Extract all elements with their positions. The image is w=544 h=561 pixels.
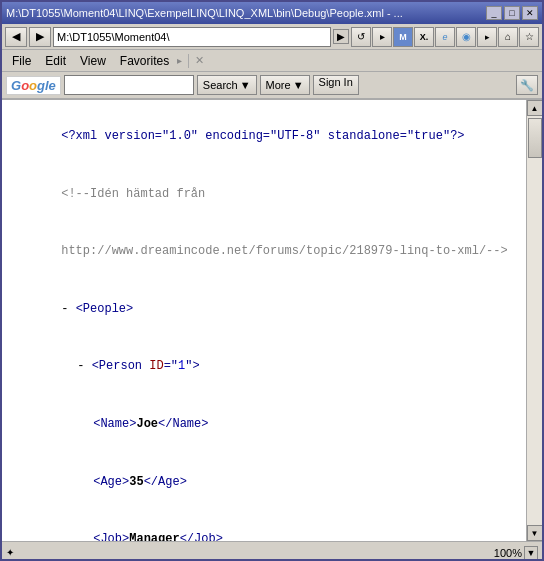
more-arrow-icon: ▼: [293, 79, 304, 91]
scrollbar-vertical[interactable]: ▲ ▼: [526, 100, 542, 541]
x-icon[interactable]: X.: [414, 27, 434, 47]
google-o2: o: [29, 78, 37, 93]
xml-comment-1: <!--Idén hämtad från: [18, 166, 510, 224]
back-button[interactable]: ◀: [5, 27, 27, 47]
title-bar: M:\DT1055\Moment04\LINQ\ExempelLINQ\LINQ…: [2, 2, 542, 24]
nav-sep: ▸: [477, 27, 497, 47]
forward-button[interactable]: ▶: [29, 27, 51, 47]
star-icon[interactable]: ☆: [519, 27, 539, 47]
collapse-people[interactable]: -: [61, 302, 75, 316]
go-button[interactable]: ▶: [333, 29, 349, 44]
mx-icon[interactable]: M: [393, 27, 413, 47]
xml-comment-2: http://www.dreamincode.net/forums/topic/…: [18, 223, 510, 281]
wrench-icon[interactable]: 🔧: [516, 75, 538, 95]
zoom-label: 100%: [494, 547, 522, 559]
person1-open: - <Person ID="1">: [18, 338, 510, 396]
menu-divider: [188, 54, 189, 68]
scroll-track[interactable]: [527, 116, 542, 525]
scroll-down-button[interactable]: ▼: [527, 525, 543, 541]
address-toolbar-buttons: ↺ ▸ M X. e ◉ ▸ ⌂ ☆: [351, 27, 539, 47]
maximize-button[interactable]: □: [504, 6, 520, 20]
address-input-wrap: [53, 27, 331, 47]
person1-name: <Name>Joe</Name>: [18, 396, 510, 454]
menu-more-arrow: ▸: [177, 55, 182, 66]
status-icon: ✦: [6, 547, 14, 558]
person1-job: <Job>Manager</Job>: [18, 511, 510, 541]
scroll-thumb[interactable]: [528, 118, 542, 158]
address-bar: ◀ ▶ ▶ ↺ ▸ M X. e ◉ ▸ ⌂ ☆: [2, 24, 542, 50]
xml-declaration: <?xml version="1.0" encoding="UTF-8" sta…: [18, 108, 510, 166]
status-bar: ✦ 100% ▼: [2, 541, 542, 561]
zoom-dropdown-button[interactable]: ▼: [524, 546, 538, 560]
sign-in-label: Sign In: [319, 76, 353, 88]
separator-icon: ▸: [372, 27, 392, 47]
more-label: More: [266, 79, 291, 91]
close-button[interactable]: ✕: [522, 6, 538, 20]
google-logo: Google: [6, 76, 61, 95]
google-o1: o: [21, 78, 29, 93]
collapse-person1[interactable]: -: [77, 359, 91, 373]
menu-view[interactable]: View: [74, 52, 112, 70]
google-toolbar: Google Search ▼ More ▼ Sign In 🔧: [2, 72, 542, 100]
search-label: Search: [203, 79, 238, 91]
menu-bar: File Edit View Favorites ▸ ✕: [2, 50, 542, 72]
more-button[interactable]: More ▼: [260, 75, 310, 95]
people-open: - <People>: [18, 281, 510, 339]
google-search-input[interactable]: [64, 75, 194, 95]
scroll-up-button[interactable]: ▲: [527, 100, 543, 116]
menu-edit[interactable]: Edit: [39, 52, 72, 70]
refresh-button[interactable]: ↺: [351, 27, 371, 47]
google-e: e: [49, 78, 56, 93]
minimize-button[interactable]: _: [486, 6, 502, 20]
sign-in-button[interactable]: Sign In: [313, 75, 359, 95]
google-toolbar-right: 🔧: [516, 75, 538, 95]
content-wrapper: <?xml version="1.0" encoding="UTF-8" sta…: [2, 100, 542, 541]
menu-file[interactable]: File: [6, 52, 37, 70]
google-g: G: [11, 78, 21, 93]
em-icon[interactable]: e: [435, 27, 455, 47]
person1-age: <Age>35</Age>: [18, 453, 510, 511]
media-icon[interactable]: ◉: [456, 27, 476, 47]
zoom-section: 100% ▼: [494, 546, 538, 560]
window-controls: _ □ ✕: [486, 6, 538, 20]
address-input[interactable]: [57, 31, 327, 43]
search-button[interactable]: Search ▼: [197, 75, 257, 95]
window-title: M:\DT1055\Moment04\LINQ\ExempelLINQ\LINQ…: [6, 7, 486, 19]
close-tab-btn[interactable]: ✕: [195, 54, 204, 67]
home-icon[interactable]: ⌂: [498, 27, 518, 47]
menu-favorites[interactable]: Favorites: [114, 52, 175, 70]
search-arrow-icon: ▼: [240, 79, 251, 91]
xml-content-area[interactable]: <?xml version="1.0" encoding="UTF-8" sta…: [2, 100, 526, 541]
google-g2: g: [37, 78, 45, 93]
